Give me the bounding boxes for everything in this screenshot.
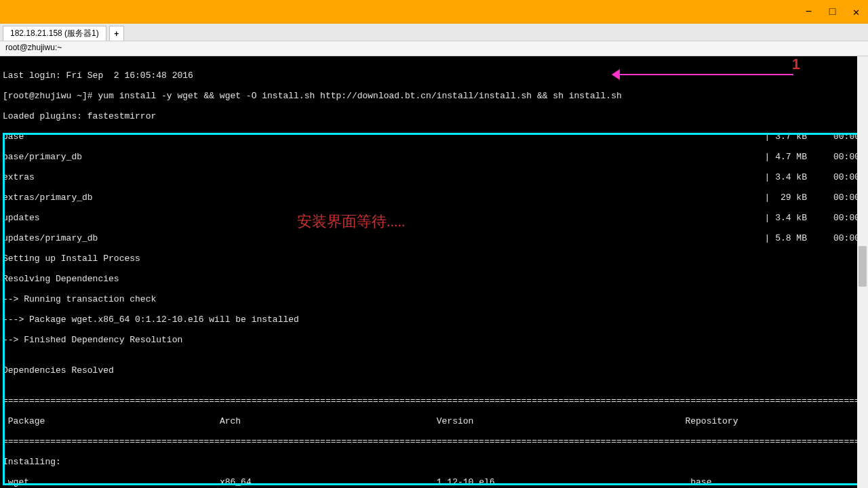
add-tab-button[interactable]: + <box>109 26 124 41</box>
line: Dependencies Resolved <box>3 365 865 375</box>
annotation-number-1: 1 <box>792 59 800 69</box>
line: Last login: Fri Sep 2 16:05:48 2016 <box>3 70 865 81</box>
table-header: Package Arch Version Repository Size <box>3 416 865 426</box>
line: Setting up Install Process <box>3 253 865 264</box>
repo-row: extras| 3.4 kB 00:00 <box>3 172 865 182</box>
repo-row: updates/primary_db| 5.8 MB 00:00 <box>3 233 865 243</box>
scrollbar-vertical[interactable] <box>857 56 868 488</box>
line: Loaded plugins: fastestmirror <box>3 111 865 121</box>
divider: ========================================… <box>3 436 865 447</box>
annotation-text-cn: 安装界面等待..... <box>297 216 406 226</box>
repo-row: extras/primary_db| 29 kB 00:00 <box>3 192 865 203</box>
path-bar: root@zhujiwu:~ <box>0 41 868 56</box>
divider: ========================================… <box>3 396 865 406</box>
scroll-thumb[interactable] <box>859 246 867 287</box>
close-button[interactable]: ✕ <box>844 0 868 24</box>
tabs-bar: 182.18.21.158 (服务器1) + <box>0 24 868 41</box>
table-row: wget x86_64 1.12-10.el6 base 484 k <box>3 477 865 487</box>
title-bar: − □ ✕ <box>0 0 868 24</box>
line: --> Finished Dependency Resolution <box>3 335 865 345</box>
installing-label: Installing: <box>3 457 865 467</box>
repo-row: base| 3.7 kB 00:00 <box>3 131 865 142</box>
line: Resolving Dependencies <box>3 274 865 284</box>
repo-row: base/primary_db| 4.7 MB 00:00 <box>3 152 865 162</box>
terminal-output[interactable]: Last login: Fri Sep 2 16:05:48 2016 [roo… <box>0 56 868 488</box>
maximize-button[interactable]: □ <box>821 0 844 24</box>
line: ---> Package wget.x86_64 0:1.12-10.el6 w… <box>3 314 865 325</box>
annotation-highlight-box <box>3 133 863 485</box>
repo-row: updates| 3.4 kB 00:00 <box>3 213 865 223</box>
line: --> Running transaction check <box>3 294 865 304</box>
tab-server-1[interactable]: 182.18.21.158 (服务器1) <box>3 26 106 41</box>
minimize-button[interactable]: − <box>797 0 821 24</box>
line-command: [root@zhujiwu ~]# yum install -y wget &&… <box>3 91 865 101</box>
